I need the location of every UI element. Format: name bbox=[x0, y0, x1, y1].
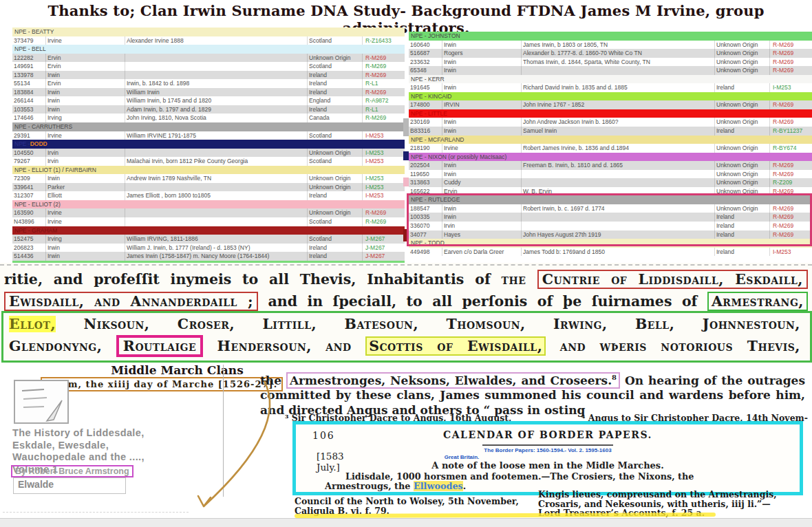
kit-row[interactable]: 191645IrwinRichard David Irwin b. 1835 a… bbox=[409, 83, 812, 92]
kit-number[interactable]: 103553 bbox=[12, 105, 46, 114]
haplogroup[interactable]: R-M269 bbox=[363, 114, 405, 122]
haplogroup[interactable]: I-M253 bbox=[363, 191, 405, 200]
surname[interactable]: Irvine bbox=[46, 36, 125, 45]
kit-row[interactable]: 516687RogersAlexander b. 1777-8. d. 1860… bbox=[409, 49, 812, 58]
kit-row[interactable]: 34077HayesJohn Hayes August 27th 1919Ire… bbox=[409, 230, 812, 239]
haplogroup[interactable]: R-A9872 bbox=[363, 96, 405, 105]
kit-row[interactable]: 174800IRVINJohn Irvine 1767 - 1852Unknow… bbox=[409, 100, 812, 109]
description[interactable] bbox=[125, 54, 308, 63]
surname[interactable]: Earven c/o Darla Greer bbox=[442, 248, 522, 257]
kit-number[interactable]: 191645 bbox=[409, 83, 442, 92]
origin[interactable]: Ireland bbox=[308, 79, 363, 88]
kit-number[interactable]: 312307 bbox=[12, 191, 46, 200]
kit-number[interactable]: 218190 bbox=[409, 144, 442, 153]
surname[interactable]: Ervin bbox=[46, 54, 125, 63]
kit-number[interactable]: 174646 bbox=[12, 114, 46, 122]
haplogroup[interactable]: R-L1 bbox=[363, 105, 405, 114]
origin[interactable]: Ireland bbox=[308, 191, 363, 200]
haplogroup[interactable]: R-M269 bbox=[770, 204, 812, 213]
origin[interactable]: Scotland bbox=[308, 131, 363, 140]
kit-row[interactable]: 65348IrwinUnknown OriginR-M269 bbox=[409, 66, 812, 75]
surname[interactable]: Irvine bbox=[46, 131, 125, 140]
kit-number[interactable]: 34077 bbox=[409, 230, 442, 239]
origin[interactable]: Unknown Origin bbox=[308, 208, 363, 217]
origin[interactable]: Ireland bbox=[715, 127, 770, 136]
kit-number[interactable]: 160640 bbox=[409, 41, 442, 50]
description[interactable]: Richard David Irwin b. 1835 and d. 1885 bbox=[522, 83, 715, 92]
surname[interactable]: Irwin bbox=[46, 174, 125, 183]
kit-row[interactable]: N43896IrvineScotlandR-M269 bbox=[12, 217, 405, 226]
origin[interactable]: Unknown Origin bbox=[715, 41, 770, 50]
description[interactable] bbox=[125, 208, 308, 217]
kit-number[interactable]: 104550 bbox=[12, 149, 46, 158]
kit-row[interactable]: 29391IrvineWilliam IRVINE 1791-1875Scotl… bbox=[12, 131, 405, 140]
kit-row[interactable]: 266144IrwinWilliam Irwin, b 1745 and d 1… bbox=[12, 96, 405, 105]
description[interactable] bbox=[522, 213, 715, 222]
surname[interactable]: Irvin bbox=[46, 157, 125, 166]
kit-row[interactable]: 163590IrvineUnknown OriginR-M269 bbox=[12, 208, 405, 217]
surname[interactable]: Irvine bbox=[46, 208, 125, 217]
description[interactable]: W. B. Ervin bbox=[522, 187, 715, 196]
surname[interactable]: IRVIN bbox=[442, 100, 522, 109]
kit-row[interactable]: 312307ElliottJames Elliott , born 1800 t… bbox=[12, 191, 405, 200]
surname[interactable]: Irwin bbox=[442, 118, 522, 127]
origin[interactable]: Unknown Origin bbox=[308, 54, 363, 63]
kit-row[interactable]: 336070IrvinIrelandR-M269 bbox=[409, 222, 812, 230]
surname[interactable]: Irwin bbox=[442, 161, 522, 170]
description[interactable]: William J. Irwin, b. 1777 (Ireland) - d.… bbox=[125, 244, 308, 252]
origin[interactable]: Unknown Origin bbox=[715, 178, 770, 187]
haplogroup[interactable]: R-M269 bbox=[770, 161, 812, 170]
kit-row[interactable]: 103553IrwinAdam Irwin, b. 1797 and d. 18… bbox=[12, 105, 405, 114]
kit-row[interactable]: 122282ErvinUnknown OriginR-M269 bbox=[12, 54, 405, 63]
surname[interactable]: Elliott bbox=[46, 191, 125, 200]
haplogroup[interactable]: R-M269 bbox=[770, 230, 812, 239]
kit-number[interactable]: 165622 bbox=[409, 187, 442, 196]
kit-row[interactable]: 218190IrvineRobert James Irvine, b. 1836… bbox=[409, 144, 812, 153]
haplogroup[interactable]: R-M269 bbox=[363, 62, 405, 71]
kit-number[interactable]: 79267 bbox=[12, 157, 46, 166]
haplogroup[interactable]: I-M253 bbox=[770, 83, 812, 92]
kit-row[interactable]: 165622ErvinW. B. ErvinUnknown OriginR-M2… bbox=[409, 187, 812, 196]
kit-number[interactable]: 514436 bbox=[12, 252, 46, 261]
surname[interactable]: Irwin bbox=[46, 244, 125, 252]
kit-number[interactable]: 449498 bbox=[409, 248, 442, 257]
kit-number[interactable]: 233632 bbox=[409, 58, 442, 67]
surname[interactable]: Rogers bbox=[442, 49, 522, 58]
kit-number[interactable]: 122282 bbox=[12, 54, 46, 63]
haplogroup[interactable]: I-M253 bbox=[363, 174, 405, 183]
description[interactable] bbox=[125, 183, 308, 192]
surname[interactable]: Ervin bbox=[46, 62, 125, 71]
surname[interactable]: Irwin bbox=[442, 83, 522, 92]
surname[interactable]: Irwin bbox=[46, 252, 125, 261]
kit-number[interactable]: 163590 bbox=[12, 208, 46, 217]
haplogroup[interactable]: R-L1 bbox=[363, 79, 405, 88]
origin[interactable]: Unknown Origin bbox=[715, 49, 770, 58]
haplogroup[interactable]: R-M269 bbox=[770, 100, 812, 109]
kit-row[interactable]: 55134ErvinIrwin, b. 1842 to d. 1898Irela… bbox=[12, 79, 405, 88]
haplogroup[interactable]: I-M253 bbox=[363, 131, 405, 140]
origin[interactable]: Unknown Origin bbox=[715, 204, 770, 213]
kit-number[interactable]: 72309 bbox=[12, 174, 46, 183]
origin[interactable]: Ireland bbox=[308, 105, 363, 114]
description[interactable]: John Irving, 1810, Nova Scotia bbox=[125, 114, 308, 122]
surname[interactable]: Irwin bbox=[442, 170, 522, 179]
surname[interactable]: Irwin bbox=[46, 88, 125, 97]
kit-number[interactable]: 174800 bbox=[409, 100, 442, 109]
description[interactable]: William Irwin, b 1745 and d 1820 bbox=[125, 96, 308, 105]
description[interactable] bbox=[522, 178, 715, 187]
description[interactable]: Alexander Irvine 1888 bbox=[125, 36, 308, 45]
kit-row[interactable]: 174646IrvingJohn Irving, 1810, Nova Scot… bbox=[12, 114, 405, 122]
haplogroup[interactable]: I-M253 bbox=[363, 149, 405, 158]
haplogroup[interactable]: R-M269 bbox=[770, 213, 812, 222]
surname[interactable]: Irwin bbox=[442, 127, 522, 136]
kit-row[interactable]: 339641ParkerUnknown OriginI-M253 bbox=[12, 183, 405, 192]
border-papers-caption[interactable]: The Border Papers: 1560-1594.- Vol. 2. 1… bbox=[296, 447, 800, 460]
surname[interactable]: Irwin bbox=[442, 204, 522, 213]
description[interactable] bbox=[125, 71, 308, 80]
haplogroup[interactable]: J-M267 bbox=[363, 252, 405, 261]
kit-row[interactable]: 72309IrwinAndrew Irwin 1789 Nashville, T… bbox=[12, 174, 405, 183]
kit-number[interactable]: 188547 bbox=[409, 204, 442, 213]
origin[interactable]: Unknown Origin bbox=[715, 100, 770, 109]
description[interactable]: Thomas Irwin, d. 1844, Sparta, White Cou… bbox=[522, 58, 715, 67]
kit-number[interactable]: 336070 bbox=[409, 222, 442, 230]
